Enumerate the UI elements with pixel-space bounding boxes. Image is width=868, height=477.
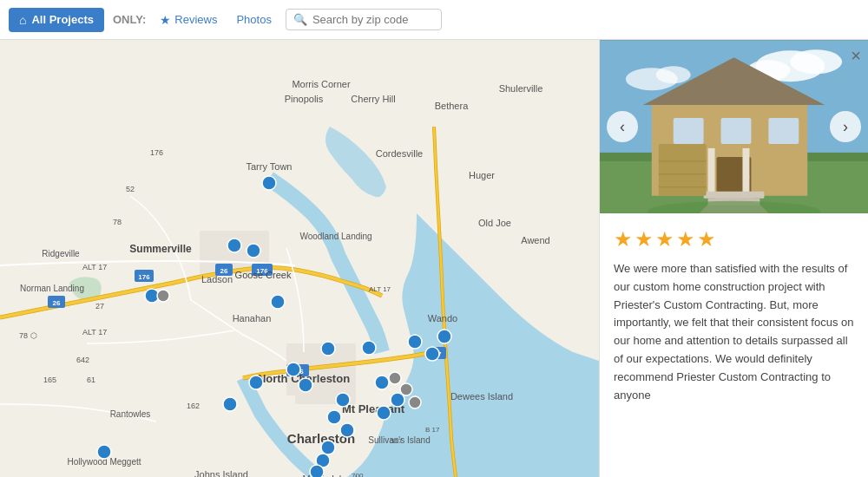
svg-text:642: 642 bbox=[76, 356, 89, 364]
only-label: ONLY: bbox=[113, 13, 146, 26]
svg-text:Wando: Wando bbox=[428, 313, 457, 323]
map-pin[interactable] bbox=[262, 176, 276, 190]
reviews-label: Reviews bbox=[174, 13, 217, 26]
right-panel: × bbox=[599, 40, 868, 477]
all-projects-label: All Projects bbox=[31, 13, 94, 26]
map-pin[interactable] bbox=[247, 244, 260, 258]
photo-carousel: ‹ › bbox=[600, 40, 868, 213]
svg-text:B 17: B 17 bbox=[425, 426, 440, 434]
svg-text:Cordesville: Cordesville bbox=[376, 148, 423, 159]
svg-text:26: 26 bbox=[53, 299, 61, 307]
svg-text:Ridgeville: Ridgeville bbox=[42, 249, 80, 258]
svg-text:Dewees Island: Dewees Island bbox=[450, 391, 513, 402]
svg-text:Tarry Town: Tarry Town bbox=[247, 161, 293, 172]
map-pin[interactable] bbox=[425, 347, 439, 361]
map-pin-gray[interactable] bbox=[400, 383, 412, 395]
map-pin[interactable] bbox=[336, 393, 350, 407]
svg-text:Bethera: Bethera bbox=[435, 101, 469, 111]
svg-rect-74 bbox=[708, 148, 715, 196]
toolbar: ⌂ All Projects ONLY: ★ Reviews Photos 🔍 bbox=[0, 0, 868, 40]
svg-text:176: 176 bbox=[150, 148, 163, 157]
svg-text:⬡: ⬡ bbox=[30, 331, 37, 340]
svg-rect-78 bbox=[659, 144, 707, 196]
map-pin[interactable] bbox=[375, 376, 389, 389]
svg-text:Summerville: Summerville bbox=[129, 243, 192, 255]
search-input[interactable] bbox=[312, 13, 434, 26]
map-pin[interactable] bbox=[437, 330, 451, 343]
svg-rect-75 bbox=[742, 148, 749, 196]
svg-text:Woodland Landing: Woodland Landing bbox=[299, 232, 372, 241]
map-pin[interactable] bbox=[286, 363, 300, 376]
svg-rect-71 bbox=[768, 118, 799, 144]
house-image bbox=[600, 40, 868, 213]
map-pin[interactable] bbox=[97, 445, 111, 459]
photos-label: Photos bbox=[236, 13, 271, 26]
svg-text:176: 176 bbox=[138, 273, 150, 281]
panel-wrapper: × bbox=[600, 40, 868, 418]
map-pin[interactable] bbox=[249, 376, 263, 389]
map-pin[interactable] bbox=[227, 238, 241, 252]
svg-text:Huger: Huger bbox=[469, 170, 495, 180]
svg-text:517: 517 bbox=[391, 437, 403, 445]
svg-text:ALT 17: ALT 17 bbox=[369, 285, 391, 293]
svg-text:Ladson: Ladson bbox=[201, 274, 233, 284]
svg-text:Hanahan: Hanahan bbox=[233, 313, 272, 323]
svg-text:Shulerville: Shulerville bbox=[499, 83, 543, 94]
map-pin[interactable] bbox=[321, 441, 335, 454]
map-pin[interactable] bbox=[271, 295, 285, 309]
svg-rect-70 bbox=[721, 118, 752, 144]
search-icon: 🔍 bbox=[293, 13, 307, 26]
map-pin-gray[interactable] bbox=[157, 290, 169, 302]
svg-text:162: 162 bbox=[187, 402, 200, 410]
svg-text:Johns Island: Johns Island bbox=[194, 469, 248, 477]
svg-text:Norman Landing: Norman Landing bbox=[20, 284, 84, 293]
all-projects-button[interactable]: ⌂ All Projects bbox=[9, 8, 104, 32]
star-rating: ★★★★★ bbox=[614, 227, 854, 252]
svg-point-61 bbox=[790, 49, 842, 74]
map-pin[interactable] bbox=[321, 342, 335, 356]
svg-text:Goose Creek: Goose Creek bbox=[235, 270, 292, 280]
map-pin[interactable] bbox=[408, 335, 422, 349]
reviews-filter-button[interactable]: ★ Reviews bbox=[155, 10, 222, 30]
map-pin[interactable] bbox=[362, 341, 376, 355]
map-pin[interactable] bbox=[340, 423, 354, 437]
svg-text:Pinopolis: Pinopolis bbox=[285, 94, 324, 104]
map-pin[interactable] bbox=[327, 410, 341, 424]
home-icon: ⌂ bbox=[19, 13, 26, 27]
svg-text:ALT 17: ALT 17 bbox=[82, 328, 107, 337]
svg-text:52: 52 bbox=[126, 185, 135, 193]
svg-text:Old Joe: Old Joe bbox=[478, 218, 511, 228]
close-button[interactable]: × bbox=[851, 47, 861, 64]
map-pin[interactable] bbox=[391, 393, 404, 407]
carousel-prev-button[interactable]: ‹ bbox=[607, 111, 638, 142]
map-pin[interactable] bbox=[299, 378, 312, 392]
search-box: 🔍 bbox=[286, 9, 442, 30]
carousel-next-button[interactable]: › bbox=[830, 111, 861, 142]
map-pin[interactable] bbox=[310, 465, 324, 477]
svg-text:Cherry Hill: Cherry Hill bbox=[351, 94, 395, 104]
svg-text:78: 78 bbox=[113, 218, 122, 226]
svg-text:Rantowles: Rantowles bbox=[110, 409, 151, 419]
photos-filter-button[interactable]: Photos bbox=[231, 10, 276, 29]
review-text: We were more than satisfied with the res… bbox=[614, 260, 854, 404]
map-area[interactable]: 26 176 26 176 526 17 Pinopolis Cherry Hi… bbox=[0, 40, 599, 477]
svg-text:700: 700 bbox=[352, 472, 364, 477]
map-pin[interactable] bbox=[377, 406, 391, 420]
star-icon: ★ bbox=[160, 13, 171, 27]
svg-text:27: 27 bbox=[95, 302, 104, 310]
map-pin-gray[interactable] bbox=[409, 396, 421, 408]
map-pin-gray[interactable] bbox=[389, 372, 401, 384]
svg-text:165: 165 bbox=[43, 376, 56, 384]
svg-text:Morris Corner: Morris Corner bbox=[292, 79, 351, 89]
review-section: ★★★★★ We were more than satisfied with t… bbox=[600, 213, 868, 418]
svg-rect-76 bbox=[704, 192, 765, 199]
svg-text:78: 78 bbox=[19, 331, 28, 340]
svg-point-64 bbox=[656, 66, 691, 83]
map-svg: 26 176 26 176 526 17 Pinopolis Cherry Hi… bbox=[0, 40, 599, 477]
map-pin[interactable] bbox=[223, 397, 237, 411]
main-content: 26 176 26 176 526 17 Pinopolis Cherry Hi… bbox=[0, 40, 868, 477]
svg-rect-69 bbox=[674, 118, 704, 144]
svg-text:61: 61 bbox=[87, 376, 95, 384]
svg-text:Awend: Awend bbox=[521, 235, 549, 245]
svg-text:ALT 17: ALT 17 bbox=[82, 263, 107, 271]
